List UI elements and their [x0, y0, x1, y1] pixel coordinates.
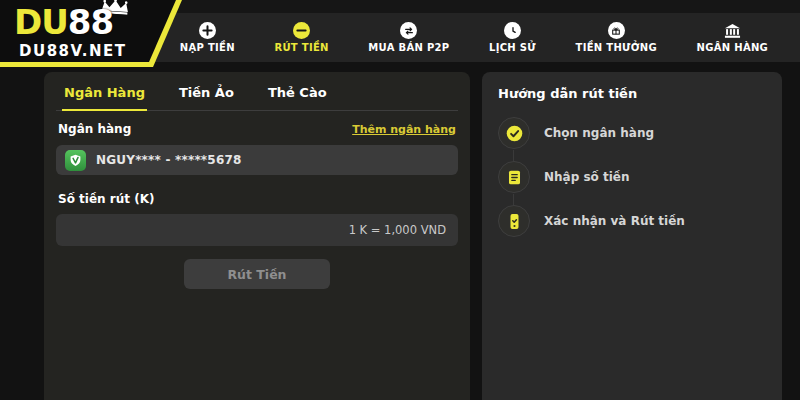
gift-icon — [608, 22, 625, 39]
bank-icon — [723, 22, 742, 39]
guide-step-1: Chọn ngân hàng — [498, 117, 766, 149]
nav-item-mua-ban-p2p[interactable]: MUA BÁN P2P — [368, 22, 449, 53]
tab-the-cao[interactable]: Thẻ Cào — [266, 83, 329, 111]
nav-item-rut-tien[interactable]: RÚT TIỀN — [274, 22, 328, 53]
nav-label: NẠP TIỀN — [180, 42, 235, 53]
bank-section-label: Ngân hàng — [58, 122, 131, 136]
amount-conversion-hint: 1 K = 1,000 VND — [349, 223, 446, 237]
nav-item-tien-thuong[interactable]: TIỀN THƯỞNG — [576, 22, 657, 53]
logo-text-du: DU — [14, 2, 68, 42]
withdraw-tabs: Ngân Hàng Tiền Ảo Thẻ Cào — [56, 72, 458, 111]
nav-item-nap-tien[interactable]: NẠP TIỀN — [180, 22, 235, 53]
brand-logo[interactable]: DU88 DU88V.NET — [0, 0, 182, 67]
header: NẠP TIỀN RÚT TIỀN MUA BÁN P2P — [0, 0, 800, 62]
swap-icon — [400, 22, 417, 39]
guide-step-2: Nhập số tiền — [498, 161, 766, 193]
amount-label: Số tiền rút (K) — [56, 192, 458, 206]
guide-step-3: Xác nhận và Rút tiền — [498, 205, 766, 237]
nav-label: TIỀN THƯỞNG — [576, 42, 657, 53]
clock-icon — [504, 22, 521, 39]
withdraw-panel: Ngân Hàng Tiền Ảo Thẻ Cào Ngân hàng Thêm… — [44, 72, 470, 400]
minus-circle-icon — [293, 22, 310, 39]
guide-title: Hướng dẫn rút tiền — [498, 86, 766, 101]
withdraw-submit-button[interactable]: Rút Tiền — [184, 259, 330, 289]
nav-item-ngan-hang[interactable]: NGÂN HÀNG — [697, 22, 769, 53]
tab-ngan-hang[interactable]: Ngân Hàng — [62, 83, 147, 111]
phone-check-icon — [498, 205, 530, 237]
bank-section-header: Ngân hàng Thêm ngân hàng — [56, 122, 458, 136]
plus-circle-icon — [199, 22, 216, 39]
bank-shield-icon — [65, 150, 86, 171]
nav-items: NẠP TIỀN RÚT TIỀN MUA BÁN P2P — [160, 13, 788, 62]
guide-panel: Hướng dẫn rút tiền Chọn ngân hàng Nhập s… — [482, 72, 782, 400]
guide-step-label: Chọn ngân hàng — [544, 126, 654, 140]
logo-text-88: 88 — [68, 2, 113, 42]
add-bank-link[interactable]: Thêm ngân hàng — [352, 123, 456, 136]
nav-label: RÚT TIỀN — [274, 42, 328, 53]
nav-item-lich-su[interactable]: LỊCH SỬ — [489, 22, 536, 53]
guide-steps: Chọn ngân hàng Nhập số tiền Xác nhận và … — [498, 117, 766, 237]
selected-bank-account: NGUY**** - *****5678 — [96, 153, 242, 167]
amount-input[interactable]: 1 K = 1,000 VND — [56, 214, 458, 246]
note-icon — [498, 161, 530, 193]
bank-account-selector[interactable]: NGUY**** - *****5678 — [56, 145, 458, 175]
guide-step-label: Xác nhận và Rút tiền — [544, 214, 685, 228]
nav-label: LỊCH SỬ — [489, 42, 536, 53]
check-circle-icon — [498, 117, 530, 149]
logo-text: DU88 — [14, 3, 113, 41]
nav-label: MUA BÁN P2P — [368, 42, 449, 53]
guide-step-label: Nhập số tiền — [544, 170, 630, 184]
logo-domain: DU88V.NET — [19, 42, 126, 60]
nav-label: NGÂN HÀNG — [697, 42, 769, 53]
tab-tien-ao[interactable]: Tiền Ảo — [177, 83, 236, 111]
